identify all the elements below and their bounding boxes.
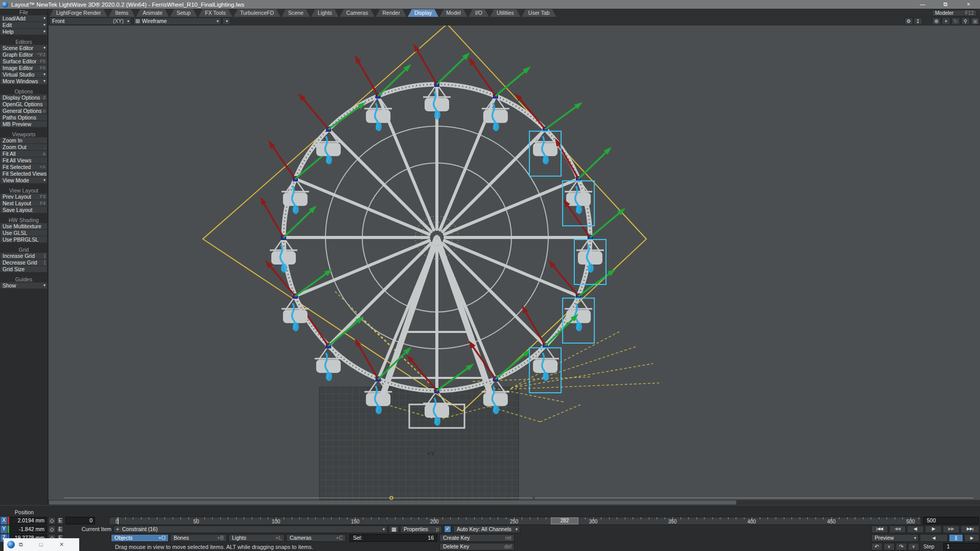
current-frame-slider[interactable]: 282 <box>551 517 578 524</box>
properties-button[interactable]: Properties p <box>400 525 442 533</box>
sidebar-item-scene-editor[interactable]: Scene Editor▾ <box>1 45 47 51</box>
x-e-button[interactable]: E <box>57 517 64 524</box>
jump-to-end-icon[interactable]: ▶▶| <box>961 525 979 533</box>
position-x-field[interactable]: 2.0194 mm <box>8 517 47 524</box>
current-item-dropdown[interactable]: + Constraint (16) ▾ <box>113 525 387 533</box>
save-view-icon[interactable]: ↧ <box>914 17 922 25</box>
sidebar-item-graph-editor[interactable]: Graph Editor^F2 <box>1 52 47 58</box>
viewport-front-xy[interactable]: +Y× <box>49 26 980 500</box>
tab-render[interactable]: Render <box>376 9 406 17</box>
create-key-button[interactable]: Create Key ret <box>439 534 515 542</box>
previous-key-icon[interactable]: ◀◀ <box>889 525 906 533</box>
step-field[interactable]: 1 <box>943 543 979 550</box>
tab-scene[interactable]: Scene <box>282 9 310 17</box>
sidebar-item-display-options[interactable]: Display Optionsd <box>1 94 47 101</box>
sidebar-item-help[interactable]: Help▾ <box>1 29 47 35</box>
undo-icon[interactable]: ↶ <box>871 543 882 550</box>
filter-cameras-button[interactable]: Cameras +C <box>286 534 346 542</box>
sidebar-item-image-editor[interactable]: Image EditorF6 <box>1 65 47 71</box>
sidebar-item-more-windows[interactable]: More Windows▾ <box>1 78 47 84</box>
sidebar-item-opengl-options[interactable]: OpenGL Options <box>1 101 47 107</box>
rotate-view-icon[interactable]: ↻ <box>951 17 960 25</box>
minimize-icon[interactable]: — <box>911 0 934 9</box>
play-backward-icon[interactable]: ◀ <box>920 534 948 542</box>
y-envelope-button[interactable]: ◇ <box>48 525 56 533</box>
restore-icon[interactable]: ⧉ <box>934 0 957 9</box>
maximize-view-icon[interactable]: ▣ <box>971 17 979 25</box>
center-view-icon[interactable]: ⊕ <box>932 17 941 25</box>
scrollbar-thumb[interactable] <box>49 500 736 505</box>
close-icon[interactable]: × <box>60 538 64 551</box>
sidebar-item-zoom-in[interactable]: Zoom In. <box>1 137 47 143</box>
sidebar-item-fit-selected[interactable]: Fit Selected+A <box>1 164 47 170</box>
sidebar-item-surface-editor[interactable]: Surface EditorF5 <box>1 58 47 64</box>
previous-frame-icon[interactable]: ◀| <box>907 525 924 533</box>
floating-window-titlebar[interactable]: ⧉ □ × <box>4 538 79 551</box>
undo-history-chevron-icon[interactable]: ∨ <box>883 543 895 550</box>
tab-cameras[interactable]: Cameras <box>340 9 375 17</box>
tab-lights[interactable]: Lights <box>311 9 339 17</box>
delete-key-button[interactable]: Delete Key del <box>439 543 515 550</box>
restore-icon[interactable]: ⧉ <box>19 538 23 551</box>
tab-utilities[interactable]: Utilities <box>490 9 521 17</box>
sidebar-item-next-layout[interactable]: Next LayoutF4 <box>1 200 47 206</box>
sidebar-item-use-glsl[interactable]: Use GLSL <box>1 230 47 236</box>
zoom-view-icon[interactable]: ⚲ <box>961 17 970 25</box>
filter-objects-button[interactable]: Objects +O <box>111 534 169 542</box>
pause-icon[interactable]: || <box>949 534 963 542</box>
start-frame-field[interactable]: 0 <box>65 517 95 524</box>
filter-lights-button[interactable]: Lights +L <box>228 534 285 542</box>
sidebar-item-paths-options[interactable]: Paths Options <box>1 114 47 121</box>
timeline-ruler[interactable]: 0 50 100 150 200 250 300 350 400 450 500… <box>109 517 921 525</box>
sidebar-item-use-multitexture[interactable]: Use Multitexture <box>1 223 47 229</box>
play-forward-icon[interactable]: ▶ <box>964 534 979 542</box>
sidebar-item-virtual-studio[interactable]: Virtual Studio▾ <box>1 71 47 78</box>
viewport-extra-dropdown[interactable]: ▾ <box>222 17 230 25</box>
auto-key-checkbox[interactable]: ✓ <box>444 525 451 533</box>
tab-setup[interactable]: Setup <box>170 9 197 17</box>
sidebar-item-view-mode[interactable]: View Mode▾ <box>1 177 47 183</box>
modeler-button[interactable]: Modeler F12 <box>932 10 977 16</box>
jump-to-start-icon[interactable]: |◀◀ <box>871 525 888 533</box>
tab-items[interactable]: Items <box>109 9 135 17</box>
sidebar-item-fit-all[interactable]: Fit Alla <box>1 151 47 157</box>
sidebar-item-use-pbrglsl[interactable]: Use PBRGLSL <box>1 236 47 243</box>
sidebar-item-fit-selected-views[interactable]: Fit Selected Views <box>1 171 47 177</box>
tab-turbulencefd[interactable]: TurbulenceFD <box>234 9 281 17</box>
sidebar-item-zoom-out[interactable]: Zoom Out, <box>1 144 47 150</box>
next-frame-icon[interactable]: |▶ <box>925 525 942 533</box>
sidebar-item-edit[interactable]: Edit▾ <box>1 22 47 28</box>
sidebar-item-mb-preview[interactable]: MB Preview <box>1 121 47 127</box>
tab-lightforge-render[interactable]: LightForge Render <box>50 9 108 17</box>
next-key-icon[interactable]: ▶▶ <box>943 525 960 533</box>
sidebar-item-save-layout[interactable]: Save Layout <box>1 207 47 213</box>
tab-io[interactable]: I/O <box>469 9 489 17</box>
viewport-horizontal-scrollbar[interactable] <box>49 500 980 505</box>
tab-display[interactable]: Display <box>408 9 438 17</box>
sidebar-item-prev-layout[interactable]: Prev LayoutF3 <box>1 194 47 200</box>
tab-animate[interactable]: Animate <box>136 9 169 17</box>
shade-mode-dropdown[interactable]: ⊞ Wireframe ▾ <box>133 17 221 25</box>
sidebar-item-general-options[interactable]: General Optionso <box>1 108 47 114</box>
timeline-playhead[interactable] <box>118 517 119 524</box>
redo-icon[interactable]: ↷ <box>896 543 907 550</box>
y-e-button[interactable]: E <box>57 525 64 533</box>
tab-fx-tools[interactable]: FX Tools <box>198 9 232 17</box>
tab-model[interactable]: Model <box>439 9 468 17</box>
pan-view-icon[interactable]: + <box>942 17 950 25</box>
sidebar-item-grid-size[interactable]: Grid Size <box>1 266 47 272</box>
sidebar-item-guides-show[interactable]: Show▾ <box>1 282 47 289</box>
filter-bones-button[interactable]: Bones +B <box>170 534 227 542</box>
viewport-canvas-ferris-wheel-scene[interactable]: +Y× <box>49 26 980 500</box>
x-envelope-button[interactable]: ◇ <box>48 517 56 524</box>
redo-history-chevron-icon[interactable]: ∨ <box>908 543 919 550</box>
gear-icon[interactable]: ⚙ <box>904 17 913 25</box>
end-frame-field[interactable]: 500 <box>923 517 979 524</box>
position-y-field[interactable]: -1.842 mm <box>8 525 47 533</box>
sidebar-item-increase-grid[interactable]: Increase Grid] <box>1 253 47 259</box>
view-type-dropdown[interactable]: Front (XY) ▾ <box>50 17 131 25</box>
item-list-icon-button[interactable]: ▦ <box>389 525 399 533</box>
close-icon[interactable]: × <box>957 0 980 9</box>
sidebar-item-fit-all-views[interactable]: Fit All Views <box>1 157 47 163</box>
tab-user-tab[interactable]: User Tab <box>522 9 556 17</box>
